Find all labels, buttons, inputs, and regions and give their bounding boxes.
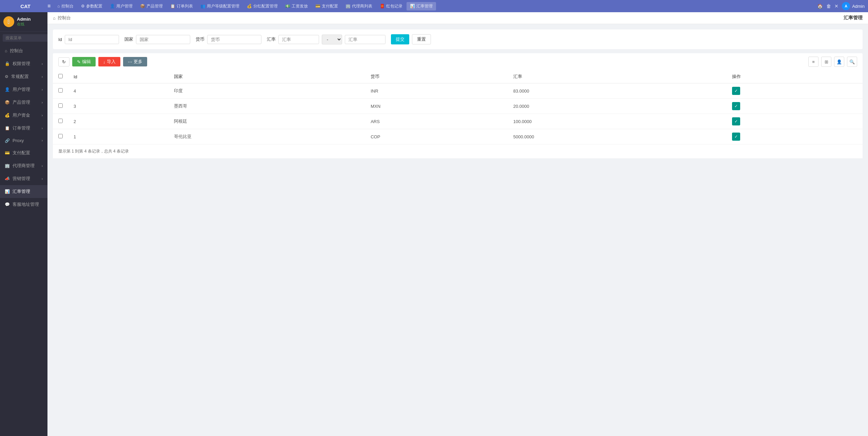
row-edit-button[interactable]: ✓ xyxy=(732,133,740,141)
close-icon[interactable]: ✕ xyxy=(834,3,839,9)
nav-item-agents[interactable]: 🏢 代理商列表 xyxy=(342,2,376,11)
nav-item-exchange[interactable]: 📊 汇率管理 xyxy=(407,2,436,11)
sidebar-item-exchange-rate[interactable]: 📊 汇率管理 xyxy=(0,185,47,198)
sidebar-item-general-config[interactable]: ⚙ 常规配置 › xyxy=(0,70,47,83)
sidebar-item-user-funds[interactable]: 💰 用户资金 › xyxy=(0,109,47,122)
row-checkbox-col xyxy=(53,99,68,114)
currency-input[interactable] xyxy=(207,35,261,44)
select-all-checkbox[interactable] xyxy=(58,74,63,78)
row-edit-button[interactable]: ✓ xyxy=(732,87,740,95)
filter-rate: 汇率 - + = xyxy=(267,35,386,44)
import-icon: ↓ xyxy=(103,59,105,64)
nav-item-level-config[interactable]: 👥 用户等级配置管理 xyxy=(197,2,243,11)
row-edit-button[interactable]: ✓ xyxy=(732,102,740,110)
table-search-button[interactable]: 🔍 xyxy=(847,57,857,67)
grid-view-button[interactable]: ⊞ xyxy=(821,57,831,67)
order-icon: 📋 xyxy=(5,126,10,131)
sidebar-item-marketing[interactable]: 📣 营销管理 › xyxy=(0,172,47,185)
filter-country: 国家 xyxy=(124,35,190,44)
edit-button[interactable]: ✎ 编辑 xyxy=(72,57,96,66)
breadcrumb: ⌂ 控制台 xyxy=(53,15,71,21)
row-checkbox[interactable] xyxy=(58,119,63,123)
nav-item-dashboard[interactable]: ⌂ 控制台 xyxy=(54,2,77,11)
nav-toggle-icon[interactable]: ≡ xyxy=(47,3,51,9)
submit-button[interactable]: 提交 xyxy=(391,34,409,44)
nav-item-params[interactable]: ⚙ 参数配置 xyxy=(78,2,106,11)
table-row: 3 墨西哥 MXN 20.0000 ✓ xyxy=(53,99,863,114)
search-input[interactable] xyxy=(3,34,47,42)
sidebar-item-product-mgmt[interactable]: 📦 产品管理 › xyxy=(0,96,47,109)
row-id: 4 xyxy=(68,83,169,99)
avatar: A xyxy=(842,2,850,10)
payment-icon: 💳 xyxy=(5,151,10,155)
nav-item-payment[interactable]: 💳 支付配置 xyxy=(312,2,341,11)
data-table: Id 国家 货币 汇率 操作 xyxy=(53,70,863,144)
reset-button[interactable]: 重置 xyxy=(412,34,431,44)
row-rate: 100.0000 xyxy=(508,114,727,129)
product-icon: 📦 xyxy=(5,100,10,105)
country-label: 国家 xyxy=(124,36,133,42)
rate-input-end[interactable] xyxy=(345,35,386,44)
sidebar-item-user-mgmt[interactable]: 👤 用户管理 › xyxy=(0,83,47,96)
toolbar-right: ≡ ⊞ 👤 🔍 xyxy=(808,57,857,67)
row-edit-button[interactable]: ✓ xyxy=(732,117,740,125)
chevron-right-icon: › xyxy=(42,88,43,92)
row-country: 哥伦比亚 xyxy=(169,129,365,144)
row-action: ✓ xyxy=(727,114,863,129)
home-icon[interactable]: 🏠 xyxy=(817,3,823,9)
table-body: 4 印度 INR 83.0000 ✓ xyxy=(53,83,863,144)
table-container: Id 国家 货币 汇率 操作 xyxy=(53,70,863,144)
page-title: 汇率管理 xyxy=(844,15,863,21)
sidebar-item-proxy[interactable]: 🔗 Proxy › xyxy=(0,135,47,146)
sidebar-item-agent-mgmt[interactable]: 🏢 代理商管理 › xyxy=(0,159,47,172)
row-id: 2 xyxy=(68,114,169,129)
row-checkbox[interactable] xyxy=(58,103,63,108)
filter-id: Id xyxy=(58,35,119,44)
sidebar-item-customer-service[interactable]: 💬 客服地址管理 xyxy=(0,198,47,211)
nav-item-orders[interactable]: 📋 订单列表 xyxy=(167,2,196,11)
main-layout: ₿ Admin 在线 🔍 ⌂ 控制台 🔒 权限管理 › ⚙ 常规配置 › xyxy=(0,12,868,436)
filter-buttons: 提交 重置 xyxy=(391,34,431,44)
breadcrumb-icon: ⌂ xyxy=(53,16,56,21)
row-action: ✓ xyxy=(727,99,863,114)
nav-item-products[interactable]: 📦 产品管理 xyxy=(137,2,166,11)
proxy-icon: 🔗 xyxy=(5,138,10,143)
sidebar-item-dashboard[interactable]: ⌂ 控制台 xyxy=(0,44,47,57)
more-icon: ⋯ xyxy=(128,59,132,64)
import-button[interactable]: ↓ 导入 xyxy=(98,57,120,66)
row-currency: ARS xyxy=(365,114,508,129)
delete-icon[interactable]: 🗑 xyxy=(826,3,831,9)
nav-item-salary[interactable]: 💵 工资发放 xyxy=(282,2,311,11)
list-view-button[interactable]: ≡ xyxy=(808,57,818,67)
sidebar-item-permissions[interactable]: 🔒 权限管理 › xyxy=(0,57,47,70)
user-view-button[interactable]: 👤 xyxy=(834,57,844,67)
refresh-button[interactable]: ↻ xyxy=(58,57,70,66)
nav-right: 🏠 🗑 ✕ A Admin xyxy=(817,2,865,10)
nav-item-dividend[interactable]: 💰 分红配置管理 xyxy=(243,2,281,11)
sidebar-item-payment-config[interactable]: 💳 支付配置 xyxy=(0,146,47,159)
col-action: 操作 xyxy=(727,70,863,83)
sidebar-search: 🔍 xyxy=(0,32,47,44)
filter-row: Id 国家 货币 汇率 - + = xyxy=(53,29,863,49)
table-card: ↻ ✎ 编辑 ↓ 导入 ⋯ 更多 xyxy=(53,53,863,158)
id-input[interactable] xyxy=(65,35,119,44)
rate-operator-select[interactable]: - + = xyxy=(322,35,342,44)
row-checkbox[interactable] xyxy=(58,134,63,138)
sidebar-user-info: Admin 在线 xyxy=(17,17,31,27)
more-button[interactable]: ⋯ 更多 xyxy=(123,57,147,66)
row-checkbox[interactable] xyxy=(58,88,63,93)
country-input[interactable] xyxy=(136,35,190,44)
content-area: ⌂ 控制台 汇率管理 Id 国家 货币 xyxy=(47,12,868,436)
chevron-right-icon: › xyxy=(42,164,43,168)
row-rate: 5000.0000 xyxy=(508,129,727,144)
row-checkbox-col xyxy=(53,114,68,129)
pagination-text: 显示第 1 到第 4 条记录，总共 4 条记录 xyxy=(58,149,129,154)
row-currency: MXN xyxy=(365,99,508,114)
nav-item-redpacket[interactable]: 🧧 红包记录 xyxy=(376,2,406,11)
nav-item-users[interactable]: 👤 用户管理 xyxy=(106,2,136,11)
sidebar-user: ₿ Admin 在线 xyxy=(0,12,47,32)
table-row: 4 印度 INR 83.0000 ✓ xyxy=(53,83,863,99)
refresh-icon: ↻ xyxy=(62,59,66,64)
sidebar-item-order-mgmt[interactable]: 📋 订单管理 › xyxy=(0,122,47,135)
rate-input[interactable] xyxy=(278,35,319,44)
